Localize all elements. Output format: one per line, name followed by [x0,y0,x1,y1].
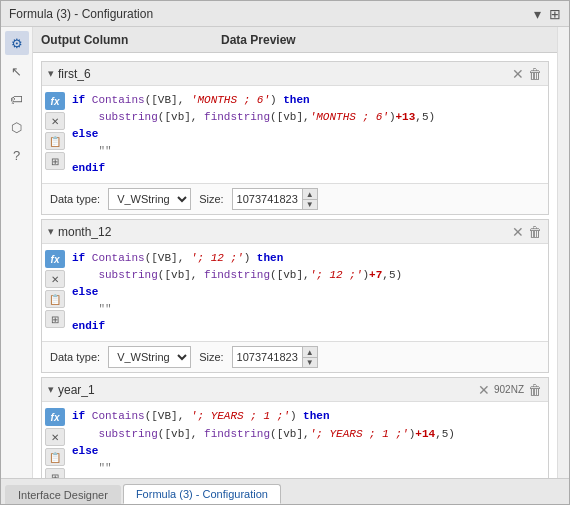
formula-block-3: ▾ year_1 ✕ 902NZ 🗑 fx ✕ 📋 ⊞ [41,377,549,478]
side-btn-tag-2[interactable]: 📋 [45,290,65,308]
formula-header-2: ▾ month_12 ✕ 🗑 [42,220,548,244]
tab-formula-configuration[interactable]: Formula (3) - Configuration [123,484,281,504]
datatype-select-1[interactable]: V_WString [108,188,191,210]
formula-footer-2: Data type: V_WString Size: ▲ ▼ [42,341,548,372]
code-text-3[interactable]: if Contains([VB], '; YEARS ; 1 ;') then … [68,406,548,478]
right-scrollbar[interactable] [557,27,569,478]
spin-buttons-1: ▲ ▼ [302,188,318,210]
fx-icon-2[interactable]: fx [45,250,65,268]
side-btn-x-3[interactable]: ✕ [45,428,65,446]
title-bar: Formula (3) - Configuration ▾ ⊞ [1,1,569,27]
collapse-chevron-1[interactable]: ▾ [48,67,54,80]
main-content: ⚙ ↖ 🏷 ⬡ ? Output Column Data Preview ▾ f… [1,27,569,478]
formula-block-1: ▾ first_6 ✕ 🗑 fx ✕ 📋 ⊞ if Conta [41,61,549,215]
size-label-2: Size: [199,351,223,363]
formula-block-2: ▾ month_12 ✕ 🗑 fx ✕ 📋 ⊞ if Cont [41,219,549,373]
clear-button-1[interactable]: ✕ [512,66,524,82]
datatype-label-1: Data type: [50,193,100,205]
side-btn-cube-2[interactable]: ⊞ [45,310,65,328]
chevron-icon[interactable]: ▾ [534,6,541,22]
bottom-tabs: Interface Designer Formula (3) - Configu… [1,478,569,504]
fx-icon-3[interactable]: fx [45,408,65,426]
side-btn-cube-1[interactable]: ⊞ [45,152,65,170]
formula-code-1: fx ✕ 📋 ⊞ if Contains([VB], 'MONTHS ; 6')… [42,86,548,183]
content-area: Output Column Data Preview ▾ first_6 ✕ 🗑… [33,27,557,478]
formula-name-3: year_1 [58,383,478,397]
spin-down-1[interactable]: ▼ [303,199,317,209]
spin-up-1[interactable]: ▲ [303,189,317,199]
formula-header-1: ▾ first_6 ✕ 🗑 [42,62,548,86]
fx-icon-1[interactable]: fx [45,92,65,110]
formula-header-3: ▾ year_1 ✕ 902NZ 🗑 [42,378,548,402]
side-btn-x-1[interactable]: ✕ [45,112,65,130]
delete-button-2[interactable]: 🗑 [528,224,542,240]
size-spinbox-2: ▲ ▼ [232,346,318,368]
size-spinbox-1: ▲ ▼ [232,188,318,210]
side-btn-tag-1[interactable]: 📋 [45,132,65,150]
sidebar-pointer-icon[interactable]: ↖ [5,59,29,83]
badge-3: 902NZ [494,384,524,395]
formula-side-icons-2: fx ✕ 📋 ⊞ [42,248,68,337]
scroll-area[interactable]: ▾ first_6 ✕ 🗑 fx ✕ 📋 ⊞ if Conta [33,53,557,478]
datatype-label-2: Data type: [50,351,100,363]
sidebar-settings-icon[interactable]: ⚙ [5,31,29,55]
side-btn-x-2[interactable]: ✕ [45,270,65,288]
spin-buttons-2: ▲ ▼ [302,346,318,368]
clear-button-3[interactable]: ✕ [478,382,490,398]
code-text-2[interactable]: if Contains([VB], '; 12 ;') then substri… [68,248,548,337]
tab-interface-designer[interactable]: Interface Designer [5,485,121,504]
sidebar-cube-icon[interactable]: ⬡ [5,115,29,139]
size-input-1[interactable] [232,188,302,210]
main-window: Formula (3) - Configuration ▾ ⊞ ⚙ ↖ 🏷 ⬡ … [0,0,570,505]
formula-side-icons-3: fx ✕ 📋 ⊞ [42,406,68,478]
sidebar-help-icon[interactable]: ? [5,143,29,167]
formula-code-2: fx ✕ 📋 ⊞ if Contains([VB], '; 12 ;') the… [42,244,548,341]
collapse-chevron-2[interactable]: ▾ [48,225,54,238]
collapse-chevron-3[interactable]: ▾ [48,383,54,396]
size-input-2[interactable] [232,346,302,368]
title-bar-icons: ▾ ⊞ [534,6,561,22]
formula-code-3: fx ✕ 📋 ⊞ if Contains([VB], '; YEARS ; 1 … [42,402,548,478]
title-bar-left: Formula (3) - Configuration [9,7,153,21]
code-text-1[interactable]: if Contains([VB], 'MONTHS ; 6') then sub… [68,90,548,179]
column-headers: Output Column Data Preview [33,27,557,53]
delete-button-3[interactable]: 🗑 [528,382,542,398]
sidebar-tag-icon[interactable]: 🏷 [5,87,29,111]
clear-button-2[interactable]: ✕ [512,224,524,240]
spin-up-2[interactable]: ▲ [303,347,317,357]
formula-footer-1: Data type: V_WString Size: ▲ ▼ [42,183,548,214]
datatype-select-2[interactable]: V_WString [108,346,191,368]
formula-name-1: first_6 [58,67,512,81]
data-preview-header: Data Preview [221,33,549,47]
formula-side-icons-1: fx ✕ 📋 ⊞ [42,90,68,179]
size-label-1: Size: [199,193,223,205]
delete-button-1[interactable]: 🗑 [528,66,542,82]
formula-name-2: month_12 [58,225,512,239]
left-sidebar: ⚙ ↖ 🏷 ⬡ ? [1,27,33,478]
side-btn-cube-3[interactable]: ⊞ [45,468,65,478]
output-column-header: Output Column [41,33,221,47]
side-btn-tag-3[interactable]: 📋 [45,448,65,466]
title-text: Formula (3) - Configuration [9,7,153,21]
pin-icon[interactable]: ⊞ [549,6,561,22]
spin-down-2[interactable]: ▼ [303,357,317,367]
